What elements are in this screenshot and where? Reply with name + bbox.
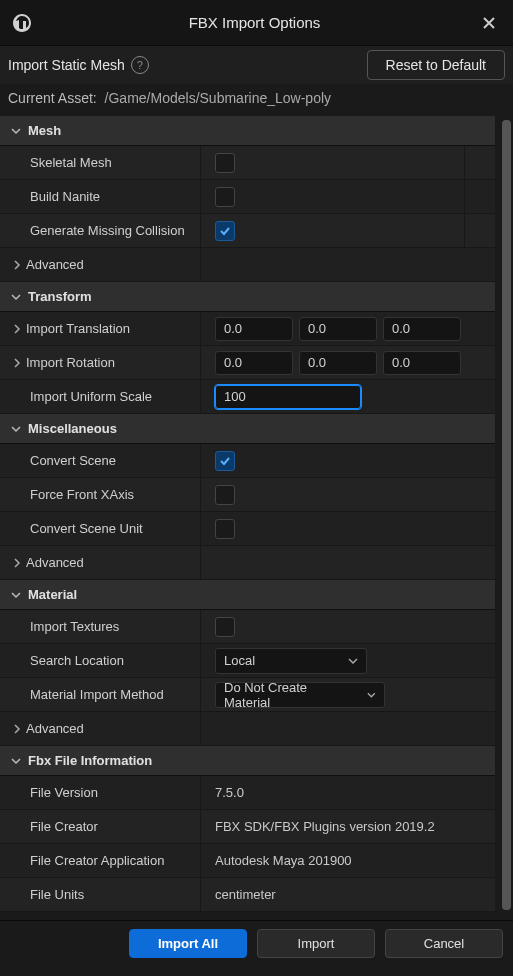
checkbox-skeletal-mesh[interactable] (215, 153, 235, 173)
app-logo-icon (10, 11, 34, 35)
chevron-down-icon (348, 656, 358, 666)
titlebar: FBX Import Options (0, 0, 513, 46)
reset-to-default-button[interactable]: Reset to Default (367, 50, 505, 80)
row-misc-advanced[interactable]: Advanced (0, 546, 495, 580)
chevron-right-icon (10, 324, 24, 334)
chevron-right-icon (10, 724, 24, 734)
import-button[interactable]: Import (257, 929, 375, 958)
row-convert-scene: Convert Scene (0, 444, 495, 478)
value-file-units: centimeter (215, 887, 276, 902)
label-search-location: Search Location (30, 653, 124, 668)
label-advanced: Advanced (26, 555, 84, 570)
row-file-version: File Version 7.5.0 (0, 776, 495, 810)
label-import-rotation: Import Rotation (26, 355, 115, 370)
checkbox-convert-scene[interactable] (215, 451, 235, 471)
chevron-down-icon (8, 756, 24, 766)
help-icon[interactable]: ? (131, 56, 149, 74)
label-convert-scene: Convert Scene (30, 453, 116, 468)
row-convert-scene-unit: Convert Scene Unit (0, 512, 495, 546)
chevron-down-icon (8, 590, 24, 600)
row-import-translation: Import Translation (0, 312, 495, 346)
import-all-button[interactable]: Import All (129, 929, 247, 958)
subheader: Import Static Mesh ? Reset to Default (0, 46, 513, 84)
section-title: Mesh (28, 123, 61, 138)
checkbox-import-textures[interactable] (215, 617, 235, 637)
value-file-version: 7.5.0 (215, 785, 244, 800)
row-file-units: File Units centimeter (0, 878, 495, 912)
chevron-right-icon (10, 260, 24, 270)
checkbox-convert-scene-unit[interactable] (215, 519, 235, 539)
current-asset-row: Current Asset: /Game/Models/Submarine_Lo… (0, 84, 513, 116)
section-header-transform[interactable]: Transform (0, 282, 495, 312)
current-asset-path: /Game/Models/Submarine_Low-poly (105, 90, 331, 106)
chevron-down-icon (8, 424, 24, 434)
value-file-creator-app: Autodesk Maya 201900 (215, 853, 352, 868)
checkbox-build-nanite[interactable] (215, 187, 235, 207)
section-title: Material (28, 587, 77, 602)
checkbox-generate-collision[interactable] (215, 221, 235, 241)
label-uniform-scale: Import Uniform Scale (30, 389, 152, 404)
input-translation-x[interactable] (215, 317, 293, 341)
dropdown-value: Do Not Create Material (224, 680, 339, 710)
properties-scroll-area: Mesh Skeletal Mesh Build Nanite Generate… (0, 116, 513, 920)
row-file-creator-app: File Creator Application Autodesk Maya 2… (0, 844, 495, 878)
input-rotation-y[interactable] (299, 351, 377, 375)
current-asset-label: Current Asset: (8, 90, 97, 106)
section-title: Fbx File Information (28, 753, 152, 768)
chevron-right-icon (10, 358, 24, 368)
row-search-location: Search Location Local (0, 644, 495, 678)
window-title: FBX Import Options (34, 14, 475, 31)
row-uniform-scale: Import Uniform Scale (0, 380, 495, 414)
label-file-units: File Units (30, 887, 84, 902)
input-rotation-x[interactable] (215, 351, 293, 375)
label-generate-collision: Generate Missing Collision (30, 223, 185, 238)
dropdown-value: Local (224, 653, 255, 668)
row-import-textures: Import Textures (0, 610, 495, 644)
label-force-front-x: Force Front XAxis (30, 487, 134, 502)
section-header-misc[interactable]: Miscellaneous (0, 414, 495, 444)
label-import-textures: Import Textures (30, 619, 119, 634)
label-material-import-method: Material Import Method (30, 687, 164, 702)
chevron-down-icon (8, 126, 24, 136)
input-translation-y[interactable] (299, 317, 377, 341)
cancel-button[interactable]: Cancel (385, 929, 503, 958)
section-header-mesh[interactable]: Mesh (0, 116, 495, 146)
section-header-material[interactable]: Material (0, 580, 495, 610)
dropdown-search-location[interactable]: Local (215, 648, 367, 674)
label-file-creator: File Creator (30, 819, 98, 834)
row-build-nanite: Build Nanite (0, 180, 495, 214)
input-rotation-z[interactable] (383, 351, 461, 375)
row-force-front-x: Force Front XAxis (0, 478, 495, 512)
section-title: Transform (28, 289, 92, 304)
row-material-advanced[interactable]: Advanced (0, 712, 495, 746)
checkbox-force-front-x[interactable] (215, 485, 235, 505)
row-import-rotation: Import Rotation (0, 346, 495, 380)
row-generate-collision: Generate Missing Collision (0, 214, 495, 248)
input-translation-z[interactable] (383, 317, 461, 341)
row-skeletal-mesh: Skeletal Mesh (0, 146, 495, 180)
label-skeletal-mesh: Skeletal Mesh (30, 155, 112, 170)
row-mesh-advanced[interactable]: Advanced (0, 248, 495, 282)
label-advanced: Advanced (26, 257, 84, 272)
close-button[interactable] (475, 9, 503, 37)
import-type-label: Import Static Mesh (8, 57, 125, 73)
label-advanced: Advanced (26, 721, 84, 736)
section-title: Miscellaneous (28, 421, 117, 436)
label-build-nanite: Build Nanite (30, 189, 100, 204)
chevron-right-icon (10, 558, 24, 568)
label-file-creator-app: File Creator Application (30, 853, 164, 868)
row-file-creator: File Creator FBX SDK/FBX Plugins version… (0, 810, 495, 844)
section-header-fileinfo[interactable]: Fbx File Information (0, 746, 495, 776)
label-file-version: File Version (30, 785, 98, 800)
row-material-import-method: Material Import Method Do Not Create Mat… (0, 678, 495, 712)
chevron-down-icon (8, 292, 24, 302)
label-import-translation: Import Translation (26, 321, 130, 336)
dropdown-material-import-method[interactable]: Do Not Create Material (215, 682, 385, 708)
input-uniform-scale[interactable] (215, 385, 361, 409)
label-convert-scene-unit: Convert Scene Unit (30, 521, 143, 536)
value-file-creator: FBX SDK/FBX Plugins version 2019.2 (215, 819, 435, 834)
footer: Import All Import Cancel (0, 920, 513, 966)
scrollbar[interactable] (502, 120, 511, 910)
chevron-down-icon (367, 690, 376, 700)
